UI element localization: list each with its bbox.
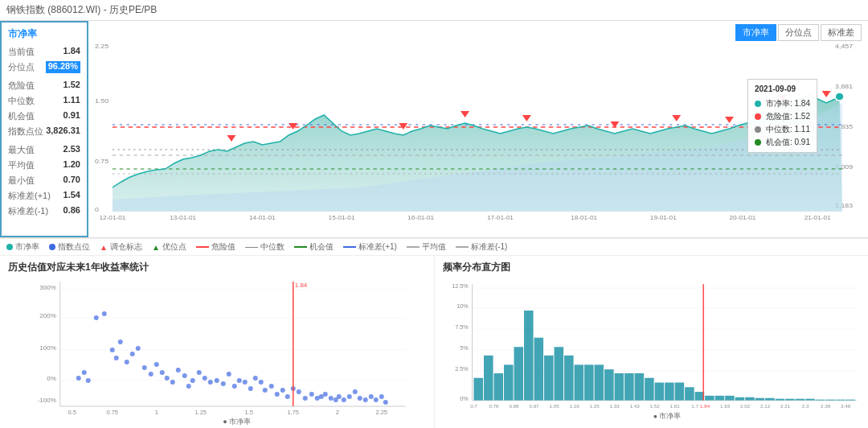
scatter-svg: 300% 200% 100% 0% -100% 0.5 0.75 1 1.25 … (8, 278, 426, 426)
svg-rect-164 (835, 400, 845, 401)
svg-point-98 (319, 394, 324, 399)
svg-marker-18 (461, 111, 469, 117)
svg-point-94 (297, 389, 301, 394)
metric-std-minus: 标准差(-1) 0.86 (8, 204, 80, 219)
legend-index-dot (49, 244, 55, 250)
svg-point-73 (182, 373, 187, 378)
svg-rect-132 (514, 347, 523, 400)
svg-rect-137 (564, 356, 574, 401)
legend-median-line-icon (245, 247, 258, 248)
svg-text:15-01-01: 15-01-01 (329, 214, 355, 221)
svg-text:1.33: 1.33 (609, 403, 620, 409)
svg-point-63 (125, 360, 129, 364)
svg-text:21-01-01: 21-01-01 (805, 214, 831, 221)
svg-rect-165 (845, 400, 855, 401)
svg-text:2.48: 2.48 (841, 403, 851, 409)
svg-text:● 市净率: ● 市净率 (653, 412, 681, 420)
legend-optimal: ▲ 优位点 (152, 241, 186, 253)
svg-text:0.7: 0.7 (470, 403, 477, 409)
svg-text:2.5%: 2.5% (455, 365, 469, 372)
metric-std-plus: 标准差(+1) 1.54 (8, 188, 80, 204)
svg-rect-151 (705, 396, 714, 401)
svg-point-35 (835, 93, 844, 101)
svg-rect-160 (795, 399, 805, 401)
main-chart-svg-container: 4,457 3,681 2,835 2,009 1,183 2.25 1.50 … (95, 39, 862, 224)
svg-point-90 (275, 392, 280, 397)
svg-rect-152 (714, 396, 724, 401)
svg-text:1.05: 1.05 (549, 403, 559, 409)
histogram-svg: 12.5% 10% 7.5% 5% 2.5% 0% (443, 278, 861, 426)
svg-point-104 (347, 394, 352, 399)
legend-avg-line: 平均值 (407, 241, 446, 253)
svg-rect-148 (674, 383, 684, 401)
svg-text:12.5%: 12.5% (452, 282, 469, 290)
svg-rect-128 (473, 378, 483, 401)
svg-point-105 (353, 389, 358, 394)
svg-text:1.50: 1.50 (95, 97, 108, 105)
svg-rect-146 (654, 383, 664, 401)
left-info-panel: 市净率 当前值 1.84 分位点 96.28% 危险值 1.52 中位数 1.1… (0, 21, 88, 237)
bottom-section: 历史估值对应未来1年收益率统计 300% 200% 100% 0% -100% … (0, 256, 868, 428)
scatter-chart-container: 历史估值对应未来1年收益率统计 300% 200% 100% 0% -100% … (0, 256, 435, 428)
main-metric-label: 市净率 (8, 27, 80, 41)
legend-median-line: 中位数 (245, 241, 285, 253)
legend-pb: 市净率 (6, 241, 39, 253)
svg-text:1.5: 1.5 (245, 409, 253, 416)
svg-text:1.61: 1.61 (669, 403, 680, 409)
svg-point-108 (369, 394, 374, 399)
svg-rect-140 (594, 364, 604, 400)
svg-point-86 (253, 376, 258, 381)
svg-point-76 (197, 370, 202, 375)
svg-text:2.25: 2.25 (95, 42, 108, 50)
svg-text:2.21: 2.21 (780, 403, 791, 409)
btn-std[interactable]: 标准差 (821, 24, 862, 41)
svg-text:● 市净率: ● 市净率 (223, 418, 251, 426)
svg-point-87 (259, 380, 264, 385)
svg-text:0.75: 0.75 (106, 409, 118, 416)
btn-percentile[interactable]: 分位点 (778, 24, 819, 41)
svg-marker-17 (399, 123, 407, 130)
svg-text:4,457: 4,457 (835, 42, 853, 50)
legend-index: 指数点位 (49, 241, 90, 253)
btn-pb[interactable]: 市净率 (735, 24, 776, 41)
svg-rect-161 (805, 399, 815, 401)
svg-point-72 (176, 368, 181, 372)
svg-marker-21 (672, 115, 681, 121)
svg-point-102 (337, 394, 342, 399)
chart-tooltip: 2021-09-09 市净率: 1.84 危险值: 1.52 中位数: 1.11 (747, 79, 817, 153)
svg-point-109 (374, 397, 379, 402)
legend-opportunity-line: 机会值 (294, 241, 334, 253)
svg-point-65 (136, 346, 141, 351)
scatter-chart-title: 历史估值对应未来1年收益率统计 (8, 261, 426, 274)
svg-point-84 (243, 380, 248, 385)
svg-text:0.5: 0.5 (68, 409, 76, 416)
svg-rect-149 (685, 387, 694, 400)
svg-text:0.75: 0.75 (95, 157, 108, 165)
svg-text:20-01-01: 20-01-01 (730, 214, 756, 221)
svg-rect-155 (745, 397, 755, 401)
svg-point-88 (263, 388, 268, 393)
svg-text:7.5%: 7.5% (455, 323, 469, 331)
svg-rect-136 (554, 347, 563, 400)
metric-index: 指数点位 3,826.31 (8, 124, 80, 139)
legend-opportunity-line-icon (294, 246, 307, 248)
metric-danger: 危险值 1.52 (8, 78, 80, 93)
svg-point-70 (165, 376, 170, 381)
svg-text:2: 2 (336, 409, 339, 416)
svg-rect-133 (524, 311, 534, 401)
svg-text:1.7: 1.7 (691, 403, 698, 409)
tooltip-danger: 危险值: 1.52 (755, 110, 810, 123)
tooltip-pb: 市净率: 1.84 (755, 97, 810, 110)
svg-rect-147 (665, 383, 674, 401)
chart-legend: 市净率 指数点位 ▲ 调仓标志 ▲ 优位点 危险值 中位数 机会值 标准差(+1… (0, 238, 868, 256)
tooltip-median: 中位数: 1.11 (755, 123, 810, 136)
svg-point-58 (94, 315, 99, 320)
svg-text:2.39: 2.39 (821, 403, 831, 409)
svg-rect-131 (504, 364, 514, 400)
svg-point-107 (363, 397, 368, 402)
svg-text:-100%: -100% (38, 397, 56, 404)
legend-danger-line: 危险值 (196, 241, 235, 253)
svg-rect-138 (574, 364, 583, 400)
svg-point-74 (186, 384, 191, 389)
svg-point-71 (170, 380, 175, 385)
